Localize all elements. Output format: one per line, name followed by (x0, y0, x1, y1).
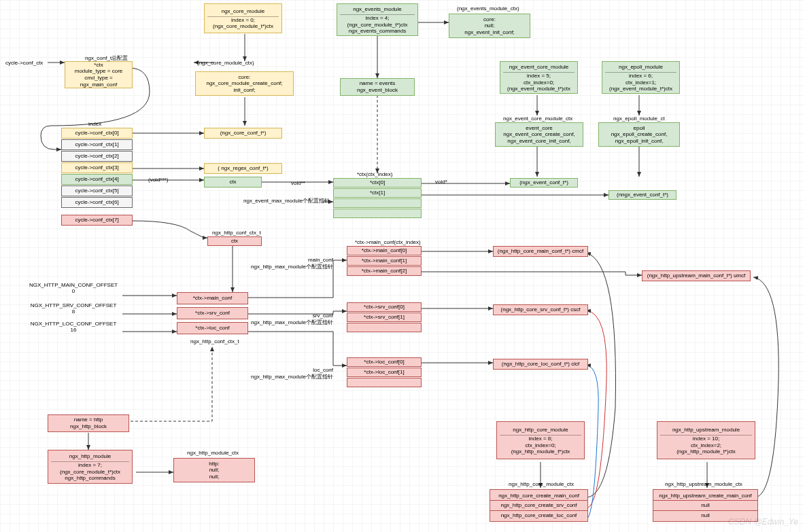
events-ctx-l1: core: (483, 16, 496, 23)
name-http-l1: name = http (74, 416, 103, 423)
event-core-module-l3: (ngx_event_module_t*)ctx (507, 86, 570, 92)
conf-ctx-4: cycle->conf_ctx[4] (61, 174, 133, 185)
label-cycle-conf-ctx: cycle->conf_ctx (5, 60, 43, 66)
conf-t-l2: module_type = core (75, 68, 123, 75)
label-voidptrptr: void** (291, 180, 305, 186)
label-http-core-module-ctx: ngx_http_core_module_ctx (509, 481, 574, 487)
event-core-module-l2: ctx_index=0; (524, 79, 554, 86)
box-core-module: ngx_core_module index = 0; (ngx_core_mod… (204, 3, 282, 33)
box-event-core-module: ngx_event_core_module index = 5; ctx_ind… (500, 61, 578, 94)
events-ctx-l2: null; (485, 22, 495, 29)
http-core-module-title: ngx_http_core_module (500, 425, 581, 436)
conf-ctx-0: cycle->conf_ctx[0] (61, 128, 133, 139)
epoll-module-l1: index = 6; (629, 73, 653, 79)
http-core-ctx-l1: ngx_http_core_create_main_conf (490, 491, 587, 501)
core-mod-ctx-l2: ngx_core_module_create_conf; (206, 80, 282, 87)
events-block-l2: ngx_event_block (357, 87, 398, 94)
events-module-l3: ngx_events_commands (349, 28, 407, 35)
box-conf-t: *ctx module_type = core cmd_type = ngx_m… (65, 61, 133, 88)
label-loc-conf: loc_conf ngx_http_max_module个配置指针 (245, 367, 333, 380)
box-main2: *ctx->main_conf[2] (347, 266, 422, 276)
event-core-module-title: ngx_event_core_module (503, 63, 575, 73)
box-events-module: ngx_events_module index = 4; (ngx_core_m… (337, 3, 418, 36)
epoll-module-title: ngx_epoll_module (605, 63, 676, 73)
conf-ctx-3: cycle->conf_ctx[3] (61, 162, 133, 173)
box-clcf: (ngx_http_core_loc_conf_t*) clcf (493, 359, 588, 370)
label-core-module-ctx: (ngx_core_module_ctx) (197, 60, 254, 66)
box-http-ctx: ctx (207, 236, 262, 246)
events-ctx-l3: ngx_event_init_conf; (464, 29, 514, 36)
name-http-l2: ngx_http_block (70, 423, 107, 430)
box-http-mod-ctx: http: null; null; (173, 458, 255, 482)
label-event-max: ngx_event_max_module个配置指针 (243, 197, 330, 205)
event-core-ctx-l3: ngx_event_core_init_conf, (507, 138, 570, 145)
box-ctx1: *ctx[1] (333, 188, 422, 198)
conf-ctx-5: cycle->conf_ctx[5] (61, 185, 133, 196)
event-core-ctx-l1: event_core (526, 125, 553, 132)
http-upstream-module-l3: (ngx_http_module_t*)ctx (676, 448, 736, 455)
box-srv1: *ctx->srv_conf[1] (347, 313, 422, 322)
label-index: index (88, 121, 101, 127)
events-module-l2: (ngx_core_module_t*)ctx (347, 22, 408, 29)
box-ctx-main: *ctx->main_conf (177, 292, 248, 304)
box-http-core-module: ngx_http_core_module index = 8; ctx_inde… (496, 421, 585, 459)
label-ctx-main-idx: *ctx->main_conf(ctx_index) (355, 239, 421, 245)
event-core-module-l1: index = 5; (527, 73, 551, 79)
core-mod-ctx-l1: core: (239, 74, 251, 81)
box-http-core-ctx: ngx_http_core_create_main_conf ngx_http_… (490, 489, 588, 522)
core-module-l2: (ngx_core_module_t*)ctx (213, 23, 273, 30)
box-regex-conf-t: ( ngx_regex_conf_t*) (204, 163, 282, 174)
conf-ctx-1: cycle->conf_ctx[1] (61, 139, 133, 150)
box-loc0: *ctx->loc_conf[0] (347, 357, 422, 367)
conf-ctx-2: cycle->conf_ctx[2] (61, 151, 133, 162)
label-srv-offset: NGX_HTTP_SRV_CONF_OFFSET 8 (26, 302, 121, 315)
box-epoll-module: ngx_epoll_module index = 6; ctx_index=1;… (602, 61, 680, 94)
label-voidptr: void* (435, 179, 447, 185)
label-loc-offset: NGX_HTTP_LOC_CONF_OFFSET 16 (26, 321, 121, 333)
box-event-core-ctx: event_core ngx_event_core_create_conf, n… (495, 122, 583, 147)
box-cmcf: (ngx_http_core_main_conf_t*) cmcf (493, 246, 588, 257)
box-loc1: *ctx->loc_conf[1] (347, 368, 422, 377)
box-srv0: *ctx->srv_conf[0] (347, 302, 422, 312)
conf-ctx-7: cycle->conf_ctx[7] (61, 215, 133, 226)
http-core-module-l2: ctx_index=0; (525, 442, 555, 449)
box-events-ctx: core: null; ngx_event_init_conf; (449, 14, 530, 38)
box-http-upstream-module: ngx_http_upstream_module index = 10; ctx… (657, 421, 755, 459)
events-module-title: ngx_events_module (340, 5, 415, 15)
label-http-module-ctx: ngx_http_module_ctx (187, 450, 239, 456)
box-ctx0: *ctx[0] (333, 178, 422, 188)
label-events-module-ctx: (ngx_events_module_ctx) (457, 5, 519, 12)
label-event-core-ctx: ngx_event_core_module_ctx (503, 116, 572, 122)
http-module-title: ngx_http_module (51, 452, 129, 462)
box-ctx-srv: *ctx->srv_conf (177, 307, 248, 319)
watermark: CSDN @Edwin_Ye (728, 517, 798, 527)
box-ctx-loc: *ctx->loc_conf (177, 322, 248, 334)
box-srv-spare (347, 323, 422, 332)
label-epoll-ctx: ngx_epoll_module_ct (613, 116, 665, 122)
http-upstream-module-l1: index = 10; (693, 436, 719, 442)
label-http-conf-ctx-t-bot: ngx_http_conf_ctx_t (190, 338, 239, 344)
box-epoll-ctx: epoll ngx_epoll_create_conf, ngx_epoll_i… (598, 122, 680, 147)
core-module-title: ngx_core_module (207, 7, 279, 17)
conf-t-l1: *ctx (94, 62, 103, 69)
http-upstream-ctx-l1: ngx_http_upstream_create_main_conf (653, 491, 757, 501)
box-core-mod-ctx: core: ngx_core_module_create_conf; init_… (195, 71, 294, 96)
label-voidptr3: (void***) (148, 177, 168, 183)
label-main-offset: NGX_HTTP_MAIN_CONF_OFFSET 0 (26, 282, 121, 294)
http-module-l3: ngx_http_commands (65, 475, 115, 482)
http-core-ctx-l2: ngx_http_core_create_srv_conf (490, 501, 587, 511)
box-nngx-event-conf-t: (nngx_event_conf_t*) (609, 190, 676, 200)
box-main1: *ctx->main_conf[1] (347, 256, 422, 266)
epoll-ctx-l1: epoll (634, 125, 645, 132)
epoll-module-l2: ctx_index=1; (626, 79, 656, 86)
http-upstream-module-title: ngx_http_upstream_module (660, 425, 752, 436)
label-http-conf-ctx-t-top: ngx_http_conf_ctx_t (212, 230, 261, 236)
events-module-l1: index = 4; (366, 15, 390, 22)
box-ctx2 (333, 198, 422, 208)
box-ctx3 (333, 209, 422, 218)
box-http-module: ngx_http_module index = 7; (ngx_core_mod… (48, 450, 133, 484)
http-mod-ctx-l2: null; (209, 467, 220, 474)
box-events-block: name = events ngx_event_block (340, 78, 415, 96)
conf-t-l3: cmd_type = ngx_main_conf (68, 75, 129, 88)
label-main-conf: main_conf ngx_http_max_module个配置指针 (245, 257, 333, 270)
